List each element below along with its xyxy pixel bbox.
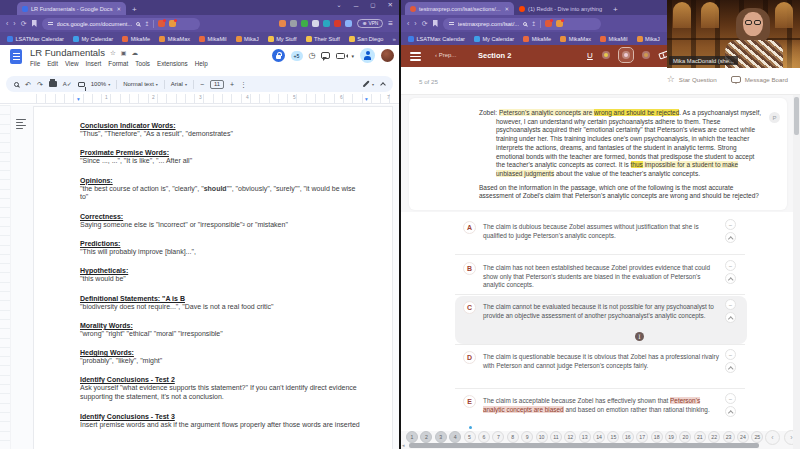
- menu-icon[interactable]: [410, 52, 421, 61]
- extension-icon[interactable]: [323, 20, 330, 27]
- share-icon[interactable]: ↥: [531, 21, 536, 27]
- question-number-4[interactable]: 4: [449, 431, 461, 443]
- new-tab-button[interactable]: +: [132, 5, 137, 14]
- highlighter-yellow-icon[interactable]: [599, 48, 613, 62]
- meet-dropdown-icon[interactable]: ▾: [351, 53, 354, 59]
- answer-choice-d[interactable]: DThe claim is questionable because it is…: [455, 346, 747, 387]
- question-number-21[interactable]: 21: [694, 431, 706, 443]
- menu-edit[interactable]: Edit: [47, 60, 58, 67]
- bookmark-item[interactable]: MikaJ: [236, 36, 259, 42]
- collapse-answer-icon[interactable]: [725, 312, 736, 323]
- horizontal-scrollbar[interactable]: [409, 443, 759, 448]
- toolbar-search-icon[interactable]: [14, 82, 19, 87]
- tab-close-icon[interactable]: ✕: [504, 6, 509, 12]
- undo-icon[interactable]: ↶: [25, 81, 31, 88]
- vertical-scrollbar[interactable]: [793, 95, 800, 449]
- back-icon[interactable]: ‹: [6, 20, 8, 27]
- new-tab-button[interactable]: +: [613, 5, 618, 14]
- question-number-25[interactable]: 25: [751, 431, 763, 443]
- toolbar-overflow-icon[interactable]: ⋮: [240, 81, 247, 88]
- document-outline-icon[interactable]: [16, 119, 26, 129]
- menu-view[interactable]: View: [65, 60, 79, 67]
- question-number-6[interactable]: 6: [478, 431, 490, 443]
- comments-icon[interactable]: [321, 52, 330, 59]
- question-number-16[interactable]: 16: [622, 431, 634, 443]
- question-number-15[interactable]: 15: [607, 431, 619, 443]
- move-folder-icon[interactable]: ▣: [121, 49, 127, 56]
- eliminate-answer-icon[interactable]: −: [725, 219, 736, 230]
- bookmark-panel-icon[interactable]: [433, 20, 438, 27]
- menu-format[interactable]: Format: [108, 60, 128, 67]
- collapse-toolbar-icon[interactable]: [380, 82, 386, 88]
- extension-icon[interactable]: [545, 20, 552, 27]
- question-number-8[interactable]: 8: [507, 431, 519, 443]
- maximize-icon[interactable]: ▢: [370, 2, 375, 8]
- extension-icon[interactable]: [169, 20, 176, 27]
- eliminate-answer-icon[interactable]: −: [725, 260, 736, 271]
- star-question-button[interactable]: ☆ Star Question: [667, 75, 717, 84]
- reload-icon[interactable]: ⟳: [21, 20, 27, 27]
- prev-question-button[interactable]: ‹: [765, 430, 780, 445]
- search-icon[interactable]: [136, 22, 140, 26]
- spellcheck-icon[interactable]: A✓: [63, 81, 72, 87]
- font-size-field[interactable]: 11: [210, 80, 224, 89]
- answer-choice-c[interactable]: CThe claim cannot be evaluated because i…: [455, 296, 747, 344]
- question-number-10[interactable]: 10: [536, 431, 548, 443]
- indent-marker[interactable]: ▾: [365, 97, 368, 103]
- back-to-prep-link[interactable]: ‹ Prep...: [435, 52, 456, 58]
- question-number-11[interactable]: 11: [550, 431, 562, 443]
- document-title[interactable]: LR Fundamentals: [30, 47, 105, 58]
- question-number-23[interactable]: 23: [723, 431, 735, 443]
- collapse-answer-icon[interactable]: [725, 232, 736, 243]
- question-number-14[interactable]: 14: [593, 431, 605, 443]
- version-history-icon[interactable]: ◷: [309, 52, 316, 60]
- underline-tool-icon[interactable]: U: [587, 51, 593, 60]
- tab-testmaxprep[interactable]: testmaxprep.com/lsat/sections/... ✕: [405, 2, 514, 15]
- question-number-2[interactable]: 2: [420, 431, 432, 443]
- answer-choice-b[interactable]: BThe claim has not been established beca…: [455, 257, 747, 296]
- hscroll-left-arrow[interactable]: ◂: [402, 442, 405, 448]
- extension-icon[interactable]: [312, 20, 319, 27]
- document-page[interactable]: Conclusion Indicator Words:"Thus", "Ther…: [34, 107, 392, 449]
- highlighter-orange-icon[interactable]: [639, 48, 653, 62]
- collapse-answer-icon[interactable]: [725, 406, 736, 417]
- increase-font-icon[interactable]: +: [230, 81, 234, 88]
- extension-icon[interactable]: [279, 20, 286, 27]
- bookmark-item[interactable]: My Calendar: [73, 36, 113, 42]
- tab-search-icon[interactable]: ⌄: [336, 1, 341, 9]
- question-number-17[interactable]: 17: [636, 431, 648, 443]
- menu-tools[interactable]: Tools: [135, 60, 150, 67]
- minimize-icon[interactable]: ─: [354, 2, 359, 9]
- forward-icon[interactable]: ›: [13, 20, 15, 27]
- collaborators-badge[interactable]: +5: [291, 51, 303, 61]
- question-number-3[interactable]: 3: [435, 431, 447, 443]
- question-number-7[interactable]: 7: [492, 431, 504, 443]
- collapse-answer-icon[interactable]: [725, 362, 736, 373]
- url-field[interactable]: docs.google.com/document... ↥: [42, 18, 200, 30]
- tab-close-icon[interactable]: ✕: [116, 6, 121, 12]
- collapse-answer-icon[interactable]: [725, 273, 736, 284]
- question-number-5[interactable]: 5: [464, 431, 476, 443]
- eliminate-answer-icon[interactable]: −: [725, 393, 736, 404]
- meet-video-icon[interactable]: [336, 53, 345, 59]
- font-select[interactable]: Arial▾: [171, 81, 187, 87]
- indent-marker[interactable]: ▾: [77, 97, 80, 103]
- question-number-24[interactable]: 24: [737, 431, 749, 443]
- eliminate-answer-icon[interactable]: −: [725, 349, 736, 360]
- extension-icon[interactable]: [334, 20, 341, 27]
- webcam-overlay[interactable]: Mika MacDonald (she...: [667, 0, 800, 68]
- scrollbar-thumb[interactable]: [794, 97, 799, 135]
- docs-logo-icon[interactable]: [10, 49, 22, 64]
- question-number-18[interactable]: 18: [651, 431, 663, 443]
- extension-icon[interactable]: [301, 20, 308, 27]
- bookmark-item[interactable]: My Calendar: [474, 36, 514, 42]
- eliminate-answer-icon[interactable]: −: [725, 299, 736, 310]
- bookmark-item[interactable]: MikaMax: [159, 36, 190, 42]
- question-number-1[interactable]: 1: [406, 431, 418, 443]
- bookmark-item[interactable]: San Diego: [349, 36, 384, 42]
- bookmark-item[interactable]: MikaMe: [523, 36, 551, 42]
- bookmark-item[interactable]: Their Stuff: [306, 36, 340, 42]
- vpn-badge[interactable]: ⊕VPN: [357, 19, 383, 28]
- browser-menu-icon[interactable]: ≡: [388, 19, 393, 28]
- star-document-icon[interactable]: ☆: [110, 49, 116, 57]
